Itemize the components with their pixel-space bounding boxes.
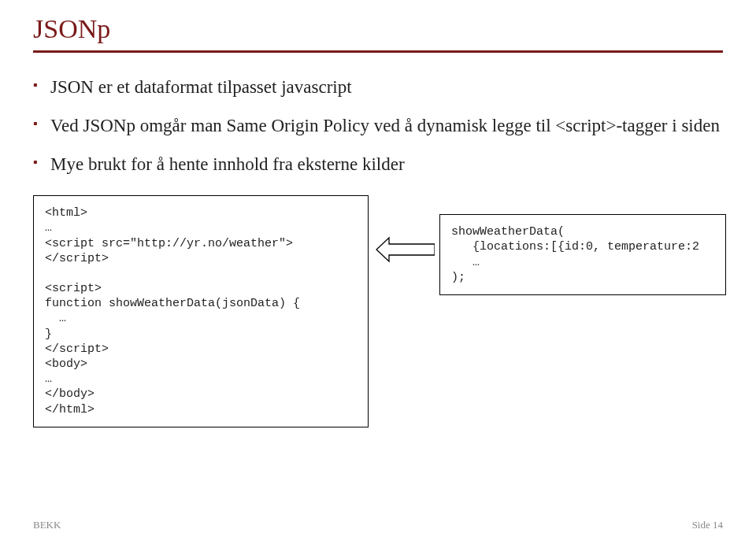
code-box-right: showWeatherData( {locations:[{id:0, temp… bbox=[439, 214, 726, 295]
bullet-item: JSON er et dataformat tilpasset javascri… bbox=[33, 75, 723, 99]
slide: JSONp JSON er et dataformat tilpasset ja… bbox=[0, 0, 756, 544]
code-right-content: showWeatherData( {locations:[{id:0, temp… bbox=[451, 224, 714, 285]
slide-title: JSONp bbox=[33, 14, 723, 44]
title-rule bbox=[33, 50, 723, 53]
code-left-content: <html> … <script src="http://yr.no/weath… bbox=[45, 205, 357, 417]
footer: BEKK Side 14 bbox=[33, 519, 723, 531]
footer-right: Side 14 bbox=[692, 519, 723, 531]
arrow-left-icon bbox=[375, 236, 435, 263]
bullet-item: Mye brukt for å hente innhold fra ekster… bbox=[33, 152, 723, 176]
code-box-left: <html> … <script src="http://yr.no/weath… bbox=[33, 195, 369, 427]
footer-left: BEKK bbox=[33, 519, 61, 531]
bullet-list: JSON er et dataformat tilpasset javascri… bbox=[33, 75, 723, 176]
bullet-item: Ved JSONp omgår man Same Origin Policy v… bbox=[33, 113, 723, 138]
